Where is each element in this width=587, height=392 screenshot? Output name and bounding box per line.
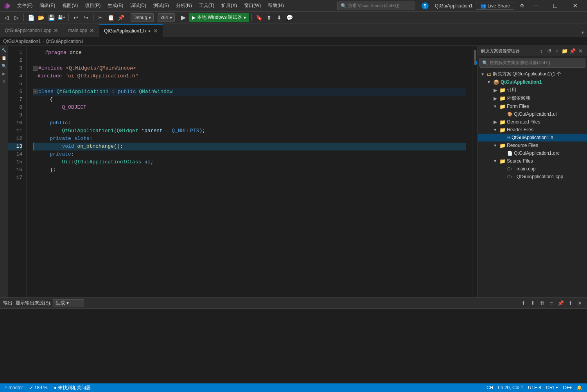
panel-filter-btn[interactable]: ≡ (553, 47, 560, 54)
tree-external-deps[interactable]: ▶ 📁 外部依赖项 (478, 94, 587, 102)
maximize-button[interactable]: □ (546, 0, 564, 12)
toolbar-paste[interactable]: 📌 (116, 13, 126, 22)
notification-badge[interactable]: 5 (422, 2, 429, 9)
breadcrumb-member[interactable]: QtGuiApplication1 (46, 39, 84, 44)
tree-project[interactable]: ▾ 📦 QtGuiApplication1 (478, 78, 587, 86)
menu-file[interactable]: 文件(F) (14, 2, 36, 10)
activity-icon-5[interactable]: ⚙ (1, 79, 7, 84)
breadcrumb-class[interactable]: QtGuiApplication1 (3, 39, 41, 44)
status-encoding[interactable]: UTF-8 (526, 383, 543, 392)
platform-dropdown[interactable]: x64 ▾ (158, 13, 174, 22)
tab-2-close[interactable]: ✕ (153, 28, 158, 34)
toolbar-bookmark3[interactable]: ⬆ (264, 13, 274, 22)
panel-sync-btn[interactable]: ↕ (538, 47, 545, 54)
toolbar-save[interactable]: 💾 (47, 13, 56, 22)
solution-search-box[interactable]: 🔍 搜索解决方案资源管理器(Ctrl+;) (479, 58, 585, 68)
status-notifications[interactable]: 🔔 (575, 383, 584, 392)
live-share-button[interactable]: 👥 Live Share (476, 2, 514, 10)
title-search[interactable]: 🔍 搜索 Visual Studio (Ctrl+Q) (337, 2, 415, 10)
tab-1-close[interactable]: ✕ (90, 27, 94, 34)
menu-help[interactable]: 帮助(H) (265, 2, 287, 10)
output-pin-btn[interactable]: 📌 (556, 299, 565, 308)
toolbar-cut[interactable]: ✂ (96, 13, 105, 22)
solution-panel-title: 解决方案资源管理器 (481, 48, 520, 54)
toolbar-bookmark4[interactable]: ⬇ (275, 13, 284, 22)
toolbar-copy[interactable]: 📋 (106, 13, 115, 22)
menu-analyze[interactable]: 分析(N) (173, 2, 195, 10)
editor-area[interactable]: 1 2 3 4 5 6 7 8 9 10 11 12 13 14 15 16 1 (8, 46, 477, 297)
fold-icon-3[interactable]: − (33, 66, 38, 71)
toolbar-comment[interactable]: 💬 (285, 13, 294, 22)
output-btn-2[interactable]: ⬇ (528, 299, 537, 308)
tab-0-close[interactable]: ✕ (54, 27, 58, 34)
menu-extensions[interactable]: 扩展(X) (218, 2, 240, 10)
tree-resource-files[interactable]: ▾ 📁 Resource Files (478, 141, 587, 149)
output-source-dropdown[interactable]: 生成 ▾ (53, 299, 84, 307)
toolbar-redo[interactable]: ↪ (81, 13, 91, 22)
tree-generated[interactable]: ▶ 📁 Generated Files (478, 118, 587, 126)
tab-dropdown[interactable]: ▾ (578, 28, 587, 37)
close-button[interactable]: ✕ (566, 0, 584, 12)
minimize-button[interactable]: ─ (527, 0, 545, 12)
menu-debug[interactable]: 调试(D) (127, 2, 149, 10)
output-wrap-btn[interactable]: ≡ (547, 299, 556, 308)
panel-refresh-btn[interactable]: ↺ (546, 47, 553, 54)
toolbar-bookmark2[interactable]: 🔖 (254, 13, 264, 22)
ext-expand: ▶ (492, 95, 498, 102)
toolbar-undo[interactable]: ↩ (71, 13, 81, 22)
tree-form-files[interactable]: ▾ 📁 Form Files (478, 102, 587, 110)
tree-header-files[interactable]: ▾ 📁 Header Files (478, 126, 587, 134)
toolbar-forward[interactable]: ▷ (12, 13, 21, 22)
menu-window[interactable]: 窗口(W) (241, 2, 264, 10)
status-line-ending[interactable]: CRLF (544, 383, 560, 392)
menu-edit[interactable]: 编辑(E) (36, 2, 58, 10)
tree-references[interactable]: ▶ 📁 引用 (478, 86, 587, 94)
menu-view[interactable]: 视图(V) (59, 2, 81, 10)
tree-ui-file[interactable]: ▶ 🎨 QtGuiApplication1.ui (478, 110, 587, 118)
panel-close-btn[interactable]: ✕ (577, 47, 584, 54)
tab-2[interactable]: QtGuiApplication1.h ● ✕ (99, 24, 163, 37)
status-zoom[interactable]: ✓ 189 % (28, 383, 49, 392)
settings-button[interactable]: ⚙ (517, 1, 527, 11)
tree-solution[interactable]: ▾ 🗂 解决方案'QtGuiApplication1'(1 个 (478, 70, 587, 78)
toolbar-new[interactable]: 📄 (26, 13, 36, 22)
code-content[interactable]: #pragma once −#include <QtWidgets/QMainW… (27, 46, 472, 297)
menu-tools[interactable]: 工具(T) (196, 2, 217, 10)
output-clear-btn[interactable]: 🗑 (538, 299, 546, 308)
status-lang[interactable]: C++ (561, 383, 573, 392)
toolbar-sep5 (251, 14, 252, 21)
panel-new-folder-btn[interactable]: 📁 (561, 47, 568, 54)
output-float-btn[interactable]: ⬆ (566, 299, 574, 308)
activity-icon-3[interactable]: 🔍 (1, 63, 7, 68)
toolbar-open[interactable]: 📂 (36, 13, 46, 22)
output-content[interactable] (0, 309, 587, 383)
status-git[interactable]: ⑂ master (3, 383, 25, 392)
activity-icon-1[interactable]: 🔧 (1, 47, 7, 53)
activity-icon-4[interactable]: ▶ (1, 71, 7, 76)
gen-expand: ▶ (492, 119, 498, 125)
tree-qrc-file[interactable]: ▶ 📄 QtGuiApplication1.qrc (478, 149, 587, 157)
tab-1[interactable]: main.cpp ✕ (63, 24, 99, 37)
tree-app-cpp[interactable]: ▶ C++ QtGuiApplication1.cpp (478, 173, 587, 181)
toolbar-saveall[interactable]: 💾+ (57, 13, 66, 22)
output-close-btn[interactable]: ✕ (575, 299, 584, 308)
tree-h-file[interactable]: ▶ H QtGuiApplication1.h (478, 134, 587, 141)
toolbar-bookmark[interactable]: ▶ (179, 13, 188, 22)
editor-scrollbar[interactable] (472, 46, 477, 297)
tree-source-files[interactable]: ▾ 📁 Source Files (478, 157, 587, 165)
toolbar-back[interactable]: ◁ (2, 13, 11, 22)
run-button[interactable]: ▶ 本地 Windows 调试器 ▾ (189, 13, 249, 22)
status-ln-col[interactable]: Ln 20, Col 1 (496, 383, 525, 392)
menu-build[interactable]: 生成(B) (104, 2, 126, 10)
activity-icon-2[interactable]: 📋 (1, 55, 7, 61)
fold-icon-6[interactable]: − (33, 89, 38, 94)
output-btn-1[interactable]: ⬆ (519, 299, 528, 308)
menu-test[interactable]: 测试(S) (150, 2, 172, 10)
status-issues[interactable]: ● 未找到相关问题 (52, 383, 92, 392)
panel-pin-btn[interactable]: 📌 (569, 47, 576, 54)
menu-project[interactable]: 项目(P) (82, 2, 104, 10)
tree-main-cpp[interactable]: ▶ C++ main.cpp (478, 165, 587, 173)
tab-0[interactable]: QtGuiApplication1.cpp ✕ (0, 24, 63, 37)
status-ch[interactable]: CH (485, 383, 495, 392)
config-dropdown[interactable]: Debug ▾ (131, 13, 154, 22)
